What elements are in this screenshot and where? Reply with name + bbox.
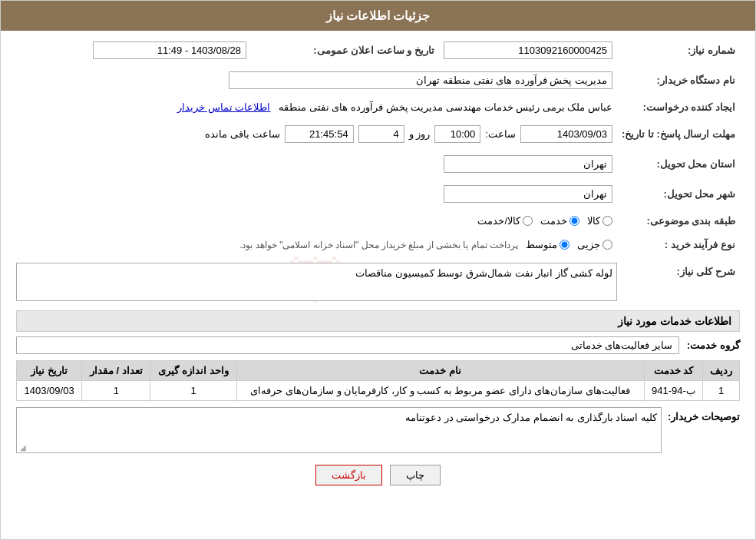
service-info-title: اطلاعات خدمات مورد نیاز [16, 310, 740, 332]
grouh-label: گروه خدمت: [687, 340, 740, 351]
farayand-motevaset-radio[interactable] [560, 240, 569, 250]
col-vahed: واحد اندازه گیری [150, 361, 236, 381]
tabaghe-kala-label: کالا [587, 215, 600, 227]
mohlat-rooz-label: روز و [409, 128, 431, 140]
col-tedad: تعداد / مقدار [82, 361, 150, 381]
cell-radif: 1 [703, 381, 740, 401]
tavsiyeh-box: کلیه اسناد بارگذاری به انضمام مدارک درخو… [16, 407, 662, 453]
back-button[interactable]: بازگشت [315, 465, 382, 485]
mohlat-saat-mande-label: ساعت باقی مانده [205, 128, 279, 140]
mohlat-saat-mande: 21:45:54 [285, 125, 354, 143]
col-radif: ردیف [703, 361, 740, 381]
tabaghe-label: طبقه بندی موضوعی: [617, 212, 740, 230]
print-button[interactable]: چاپ [390, 465, 441, 485]
mohlat-rooz: 4 [358, 125, 404, 143]
shahr-value: تهران [444, 185, 612, 203]
ijad-konnande-link[interactable]: اطلاعات تماس خریدار [177, 101, 270, 113]
cell-name: فعالیت‌های سازمان‌های دارای عضو مربوط به… [236, 381, 644, 401]
col-tarikh: تاریخ نیاز [17, 361, 82, 381]
tabaghe-kalakhedmat-label: کالا/خدمت [477, 215, 520, 227]
service-table-body: 1 ب-94-941 فعالیت‌های سازمان‌های دارای ع… [17, 381, 740, 401]
farayand-motevaset-label: متوسط [526, 239, 557, 250]
tavsiyeh-value: کلیه اسناد بارگذاری به انضمام مدارک درخو… [21, 412, 657, 423]
farayand-jazee-label: جزیی [577, 239, 600, 250]
page-title: جزئیات اطلاعات نیاز [1, 1, 755, 31]
cell-kod: ب-94-941 [644, 381, 703, 401]
mohlat-label: مهلت ارسال پاسخ: تا تاریخ: [617, 122, 740, 146]
tarikh-value: 1403/08/28 - 11:49 [93, 41, 246, 59]
tavsiyeh-resize-handle[interactable]: ◢ [18, 443, 26, 451]
ijad-konnande-value: عباس ملک برمی رئیس خدمات مهندسی مدیریت پ… [279, 101, 612, 113]
farayand-jazee-radio[interactable] [602, 240, 612, 250]
grouh-value: سایر فعالیت‌های خدماتی [16, 336, 679, 354]
tabaghe-khedmat-radio[interactable] [569, 216, 579, 226]
nam-dastgah-label: نام دستگاه خریدار: [617, 68, 740, 92]
mohlat-date: 1403/09/03 [520, 125, 612, 143]
tabaghe-kala-option[interactable]: کالا [587, 215, 612, 227]
cell-tarikh: 1403/09/03 [17, 381, 82, 401]
bottom-buttons: چاپ بازگشت [16, 453, 740, 493]
tavsiyeh-row: توصیحات خریدار: کلیه اسناد بارگذاری به ا… [16, 407, 740, 453]
nam-dastgah-value: مدیریت پخش فرآورده های نفتی منطقه تهران [229, 71, 612, 89]
farayand-motevaset-option[interactable]: متوسط [526, 239, 569, 250]
shomare-niaz-value: 1103092160000425 [444, 41, 612, 59]
tarikh-label: تاریخ و ساعت اعلان عمومی: [251, 38, 439, 62]
shomare-niaz-label: شماره نیاز: [617, 38, 740, 62]
ostan-value: تهران [444, 155, 612, 173]
info-table-ostan: استان محل تحویل: تهران [16, 152, 740, 176]
info-table-farayand: نوع فرآیند خرید : جزیی متوسط پرداخت تمام… [16, 236, 740, 253]
tavsiyeh-label: توصیحات خریدار: [668, 407, 740, 422]
tabaghe-kalakhedmat-radio[interactable] [523, 216, 533, 226]
info-table-dastgah: نام دستگاه خریدار: مدیریت پخش فرآورده ها… [16, 68, 740, 92]
sharh-label: شرح کلی نیاز: [617, 260, 740, 304]
farayand-jazee-option[interactable]: جزیی [577, 239, 612, 250]
cell-vahed: 1 [150, 381, 236, 401]
col-kod: کد خدمت [644, 361, 703, 381]
tabaghe-kalakhedmat-option[interactable]: کالا/خدمت [477, 215, 533, 227]
mohlat-saat: 10:00 [434, 125, 480, 143]
sharh-table: شرح کلی نیاز: 🛡 لوله کشی گاز انبار نفت ش… [16, 260, 740, 304]
tabaghe-kala-radio[interactable] [602, 216, 612, 226]
sharh-value: لوله کشی گاز انبار نفت شمال‌شرق توسط کمی… [16, 263, 617, 301]
service-table: ردیف کد خدمت نام خدمت واحد اندازه گیری ت… [16, 360, 740, 401]
mohlat-saat-label: ساعت: [485, 128, 516, 140]
farayand-note: پرداخت تمام یا بخشی از مبلغ خریداز محل "… [239, 240, 518, 250]
grouh-row: گروه خدمت: سایر فعالیت‌های خدماتی [16, 336, 740, 354]
info-table-tabaghe: طبقه بندی موضوعی: کالا خدمت [16, 212, 740, 230]
col-name: نام خدمت [236, 361, 644, 381]
info-table-mohlat: مهلت ارسال پاسخ: تا تاریخ: 1403/09/03 سا… [16, 122, 740, 146]
service-table-header: ردیف کد خدمت نام خدمت واحد اندازه گیری ت… [17, 361, 740, 381]
table-row: 1 ب-94-941 فعالیت‌های سازمان‌های دارای ع… [17, 381, 740, 401]
info-table-shahr: شهر محل تحویل: تهران [16, 182, 740, 206]
info-table-top: شماره نیاز: 1103092160000425 تاریخ و ساع… [16, 38, 740, 62]
ijad-konnande-label: ایجاد کننده درخواست: [617, 98, 740, 116]
shahr-label: شهر محل تحویل: [617, 182, 740, 206]
cell-tedad: 1 [82, 381, 150, 401]
tabaghe-khedmat-option[interactable]: خدمت [540, 215, 579, 227]
info-table-ijad: ایجاد کننده درخواست: عباس ملک برمی رئیس … [16, 98, 740, 116]
tabaghe-khedmat-label: خدمت [540, 215, 567, 227]
noe-farayand-label: نوع فرآیند خرید : [617, 236, 740, 253]
ostan-label: استان محل تحویل: [617, 152, 740, 176]
